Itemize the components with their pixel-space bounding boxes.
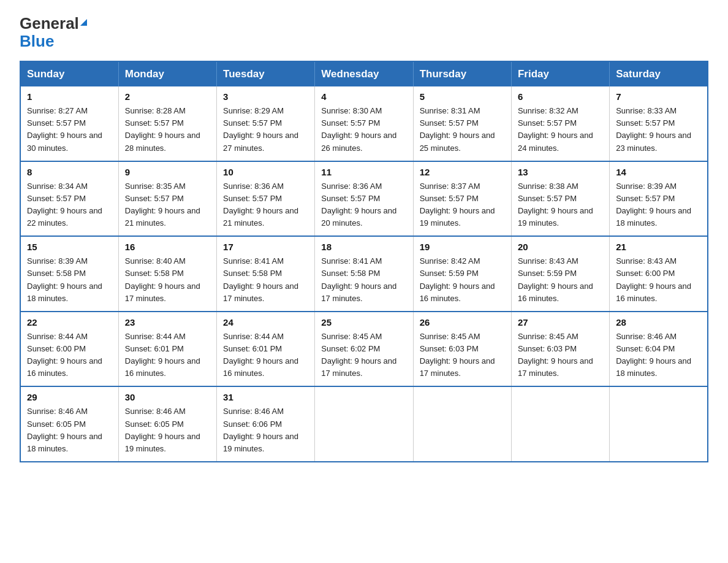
calendar-cell: 20Sunrise: 8:43 AMSunset: 5:59 PMDayligh… bbox=[511, 236, 609, 312]
day-info: Sunrise: 8:33 AMSunset: 5:57 PMDaylight:… bbox=[616, 105, 701, 155]
weekday-header-wednesday: Wednesday bbox=[315, 61, 413, 86]
calendar-cell: 10Sunrise: 8:36 AMSunset: 5:57 PMDayligh… bbox=[217, 161, 315, 237]
day-info: Sunrise: 8:46 AMSunset: 6:05 PMDaylight:… bbox=[27, 405, 112, 455]
calendar-cell: 18Sunrise: 8:41 AMSunset: 5:58 PMDayligh… bbox=[315, 236, 413, 312]
calendar-cell: 21Sunrise: 8:43 AMSunset: 6:00 PMDayligh… bbox=[610, 236, 708, 312]
calendar-cell: 30Sunrise: 8:46 AMSunset: 6:05 PMDayligh… bbox=[118, 386, 216, 462]
day-info: Sunrise: 8:46 AMSunset: 6:05 PMDaylight:… bbox=[125, 405, 210, 455]
weekday-header-sunday: Sunday bbox=[20, 61, 118, 86]
day-number: 22 bbox=[27, 317, 112, 327]
day-number: 15 bbox=[27, 242, 112, 252]
weekday-header-tuesday: Tuesday bbox=[217, 61, 315, 86]
weekday-header-row: SundayMondayTuesdayWednesdayThursdayFrid… bbox=[20, 61, 708, 86]
calendar-cell: 19Sunrise: 8:42 AMSunset: 5:59 PMDayligh… bbox=[413, 236, 511, 312]
day-info: Sunrise: 8:44 AMSunset: 6:01 PMDaylight:… bbox=[125, 331, 210, 380]
calendar-week-2: 8Sunrise: 8:34 AMSunset: 5:57 PMDaylight… bbox=[20, 161, 708, 237]
day-info: Sunrise: 8:45 AMSunset: 6:03 PMDaylight:… bbox=[420, 331, 505, 380]
day-number: 12 bbox=[420, 167, 505, 177]
calendar-cell: 11Sunrise: 8:36 AMSunset: 5:57 PMDayligh… bbox=[315, 161, 413, 237]
calendar-cell: 17Sunrise: 8:41 AMSunset: 5:58 PMDayligh… bbox=[217, 236, 315, 312]
day-info: Sunrise: 8:30 AMSunset: 5:57 PMDaylight:… bbox=[321, 105, 406, 155]
logo-text: GeneralBlue bbox=[20, 15, 87, 50]
day-info: Sunrise: 8:32 AMSunset: 5:57 PMDaylight:… bbox=[518, 105, 603, 155]
day-number: 31 bbox=[223, 392, 308, 402]
calendar-week-5: 29Sunrise: 8:46 AMSunset: 6:05 PMDayligh… bbox=[20, 386, 708, 462]
weekday-header-thursday: Thursday bbox=[413, 61, 511, 86]
day-info: Sunrise: 8:44 AMSunset: 6:01 PMDaylight:… bbox=[223, 331, 308, 380]
calendar-cell: 8Sunrise: 8:34 AMSunset: 5:57 PMDaylight… bbox=[20, 161, 118, 237]
day-info: Sunrise: 8:29 AMSunset: 5:57 PMDaylight:… bbox=[223, 105, 308, 155]
day-info: Sunrise: 8:43 AMSunset: 6:00 PMDaylight:… bbox=[616, 255, 701, 305]
day-info: Sunrise: 8:36 AMSunset: 5:57 PMDaylight:… bbox=[223, 180, 308, 230]
weekday-header-monday: Monday bbox=[118, 61, 216, 86]
calendar-table: SundayMondayTuesdayWednesdayThursdayFrid… bbox=[20, 61, 708, 462]
calendar-cell: 9Sunrise: 8:35 AMSunset: 5:57 PMDaylight… bbox=[118, 161, 216, 237]
calendar-cell: 12Sunrise: 8:37 AMSunset: 5:57 PMDayligh… bbox=[413, 161, 511, 237]
calendar-cell: 5Sunrise: 8:31 AMSunset: 5:57 PMDaylight… bbox=[413, 86, 511, 161]
calendar-week-1: 1Sunrise: 8:27 AMSunset: 5:57 PMDaylight… bbox=[20, 86, 708, 161]
day-number: 29 bbox=[27, 392, 112, 402]
calendar-cell bbox=[315, 386, 413, 462]
calendar-cell: 6Sunrise: 8:32 AMSunset: 5:57 PMDaylight… bbox=[511, 86, 609, 161]
day-number: 30 bbox=[125, 392, 210, 402]
day-number: 4 bbox=[321, 91, 406, 102]
logo: GeneralBlue bbox=[20, 15, 87, 50]
day-number: 10 bbox=[223, 167, 308, 177]
calendar-week-3: 15Sunrise: 8:39 AMSunset: 5:58 PMDayligh… bbox=[20, 236, 708, 312]
day-info: Sunrise: 8:45 AMSunset: 6:03 PMDaylight:… bbox=[518, 331, 603, 380]
calendar-cell: 4Sunrise: 8:30 AMSunset: 5:57 PMDaylight… bbox=[315, 86, 413, 161]
calendar-cell: 3Sunrise: 8:29 AMSunset: 5:57 PMDaylight… bbox=[217, 86, 315, 161]
day-info: Sunrise: 8:41 AMSunset: 5:58 PMDaylight:… bbox=[321, 255, 406, 305]
day-number: 16 bbox=[125, 242, 210, 252]
day-number: 20 bbox=[518, 242, 603, 252]
calendar-cell: 14Sunrise: 8:39 AMSunset: 5:57 PMDayligh… bbox=[610, 161, 708, 237]
page-header: GeneralBlue bbox=[20, 15, 708, 50]
day-info: Sunrise: 8:46 AMSunset: 6:06 PMDaylight:… bbox=[223, 405, 308, 455]
day-number: 9 bbox=[125, 167, 210, 177]
day-number: 13 bbox=[518, 167, 603, 177]
day-info: Sunrise: 8:38 AMSunset: 5:57 PMDaylight:… bbox=[518, 180, 603, 230]
day-info: Sunrise: 8:46 AMSunset: 6:04 PMDaylight:… bbox=[616, 331, 701, 380]
calendar-cell: 13Sunrise: 8:38 AMSunset: 5:57 PMDayligh… bbox=[511, 161, 609, 237]
day-info: Sunrise: 8:35 AMSunset: 5:57 PMDaylight:… bbox=[125, 180, 210, 230]
day-number: 18 bbox=[321, 242, 406, 252]
day-number: 19 bbox=[420, 242, 505, 252]
day-number: 27 bbox=[518, 317, 603, 327]
day-number: 17 bbox=[223, 242, 308, 252]
day-info: Sunrise: 8:42 AMSunset: 5:59 PMDaylight:… bbox=[420, 255, 505, 305]
calendar-cell bbox=[511, 386, 609, 462]
calendar-cell: 25Sunrise: 8:45 AMSunset: 6:02 PMDayligh… bbox=[315, 312, 413, 387]
day-info: Sunrise: 8:27 AMSunset: 5:57 PMDaylight:… bbox=[27, 105, 112, 155]
day-number: 25 bbox=[321, 317, 406, 327]
day-info: Sunrise: 8:43 AMSunset: 5:59 PMDaylight:… bbox=[518, 255, 603, 305]
day-info: Sunrise: 8:28 AMSunset: 5:57 PMDaylight:… bbox=[125, 105, 210, 155]
logo-arrow-icon bbox=[80, 19, 87, 26]
day-number: 26 bbox=[420, 317, 505, 327]
day-number: 5 bbox=[420, 91, 505, 102]
calendar-cell: 2Sunrise: 8:28 AMSunset: 5:57 PMDaylight… bbox=[118, 86, 216, 161]
day-number: 6 bbox=[518, 91, 603, 102]
day-number: 2 bbox=[125, 91, 210, 102]
calendar-cell bbox=[413, 386, 511, 462]
calendar-cell: 28Sunrise: 8:46 AMSunset: 6:04 PMDayligh… bbox=[610, 312, 708, 387]
day-number: 24 bbox=[223, 317, 308, 327]
day-info: Sunrise: 8:45 AMSunset: 6:02 PMDaylight:… bbox=[321, 331, 406, 380]
calendar-cell: 22Sunrise: 8:44 AMSunset: 6:00 PMDayligh… bbox=[20, 312, 118, 387]
calendar-cell: 16Sunrise: 8:40 AMSunset: 5:58 PMDayligh… bbox=[118, 236, 216, 312]
day-info: Sunrise: 8:44 AMSunset: 6:00 PMDaylight:… bbox=[27, 331, 112, 380]
day-number: 14 bbox=[616, 167, 701, 177]
calendar-cell: 29Sunrise: 8:46 AMSunset: 6:05 PMDayligh… bbox=[20, 386, 118, 462]
day-info: Sunrise: 8:41 AMSunset: 5:58 PMDaylight:… bbox=[223, 255, 308, 305]
calendar-cell: 15Sunrise: 8:39 AMSunset: 5:58 PMDayligh… bbox=[20, 236, 118, 312]
calendar-cell: 24Sunrise: 8:44 AMSunset: 6:01 PMDayligh… bbox=[217, 312, 315, 387]
day-number: 28 bbox=[616, 317, 701, 327]
calendar-cell: 31Sunrise: 8:46 AMSunset: 6:06 PMDayligh… bbox=[217, 386, 315, 462]
calendar-cell: 23Sunrise: 8:44 AMSunset: 6:01 PMDayligh… bbox=[118, 312, 216, 387]
day-info: Sunrise: 8:40 AMSunset: 5:58 PMDaylight:… bbox=[125, 255, 210, 305]
day-info: Sunrise: 8:31 AMSunset: 5:57 PMDaylight:… bbox=[420, 105, 505, 155]
calendar-week-4: 22Sunrise: 8:44 AMSunset: 6:00 PMDayligh… bbox=[20, 312, 708, 387]
day-number: 23 bbox=[125, 317, 210, 327]
day-info: Sunrise: 8:39 AMSunset: 5:57 PMDaylight:… bbox=[616, 180, 701, 230]
calendar-cell: 7Sunrise: 8:33 AMSunset: 5:57 PMDaylight… bbox=[610, 86, 708, 161]
calendar-cell bbox=[610, 386, 708, 462]
